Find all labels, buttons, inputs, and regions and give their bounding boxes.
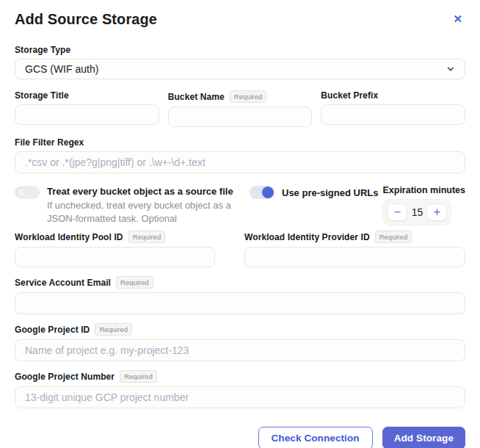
toggle-knob (16, 187, 26, 197)
service-account-field: Service Account Email Required (15, 276, 465, 314)
treat-toggle-helper: If unchecked, treat every bucket object … (47, 199, 250, 225)
dialog-title: Add Source Storage (15, 10, 157, 28)
service-account-label: Service Account Email (15, 278, 111, 288)
storage-type-value: GCS (WIF auth) (25, 63, 98, 75)
file-filter-label: File Filter Regex (15, 137, 84, 148)
required-badge: Required (375, 231, 412, 243)
presigned-urls-toggle[interactable] (250, 186, 274, 199)
dialog-footer: Check Connection Add Storage (15, 427, 465, 448)
google-project-id-input[interactable] (15, 339, 465, 361)
google-project-number-input[interactable] (15, 386, 465, 408)
treat-source-file-toggle[interactable] (15, 186, 40, 199)
storage-type-label: Storage Type (15, 45, 70, 55)
bucket-name-input[interactable] (168, 106, 313, 127)
workload-provider-field: Workload Identity Provider ID Required (244, 231, 465, 267)
google-project-number-label: Google Project Number (15, 372, 114, 382)
decrement-button[interactable]: − (387, 203, 407, 221)
check-connection-button[interactable]: Check Connection (258, 427, 373, 448)
add-storage-button[interactable]: Add Storage (382, 427, 465, 448)
bucket-prefix-label: Bucket Prefix (321, 90, 378, 101)
required-badge: Required (128, 231, 166, 243)
treat-toggle-group: Treat every bucket object as a source fi… (15, 185, 250, 225)
workload-pool-label: Workload Identity Pool ID (15, 232, 123, 242)
storage-type-select[interactable]: GCS (WIF auth) (15, 59, 465, 79)
required-badge: Required (95, 323, 132, 336)
dialog-header: Add Source Storage ✕ (15, 10, 465, 28)
workload-row: Workload Identity Pool ID Required Workl… (15, 231, 465, 267)
bucket-name-label: Bucket Name (168, 92, 225, 102)
expiration-label: Expiration minutes (382, 185, 465, 196)
workload-pool-field: Workload Identity Pool ID Required (15, 231, 215, 267)
storage-title-input[interactable] (15, 104, 159, 125)
workload-pool-input[interactable] (15, 247, 215, 267)
file-filter-field: File Filter Regex (15, 137, 465, 173)
required-badge: Required (120, 370, 157, 383)
treat-toggle-label: Treat every bucket object as a source fi… (47, 185, 250, 198)
increment-button[interactable]: + (426, 203, 447, 221)
presigned-toggle-label: Use pre-signed URLs (282, 187, 378, 199)
expiration-value[interactable]: 15 (407, 206, 426, 218)
google-project-number-field: Google Project Number Required (15, 370, 465, 408)
toggles-row: Treat every bucket object as a source fi… (15, 185, 465, 225)
chevron-down-icon (446, 65, 455, 73)
workload-provider-input[interactable] (244, 247, 465, 267)
add-source-storage-dialog: Add Source Storage ✕ Storage Type GCS (W… (0, 0, 480, 448)
expiration-group: Expiration minutes − 15 + (382, 185, 465, 225)
title-bucket-row: Storage Title Bucket Name Required Bucke… (15, 90, 465, 127)
close-icon[interactable]: ✕ (450, 11, 465, 27)
google-project-id-label: Google Project ID (15, 325, 90, 335)
required-badge: Required (230, 90, 267, 103)
storage-title-label: Storage Title (15, 90, 69, 101)
storage-title-field: Storage Title (15, 90, 159, 127)
bucket-name-field: Bucket Name Required (168, 90, 313, 127)
presigned-toggle-group: Use pre-signed URLs (250, 185, 378, 225)
workload-provider-label: Workload Identity Provider ID (244, 232, 370, 242)
toggle-knob (262, 187, 274, 198)
expiration-stepper: − 15 + (382, 199, 451, 225)
google-project-id-field: Google Project ID Required (15, 323, 465, 361)
bucket-prefix-field: Bucket Prefix (321, 90, 465, 127)
service-account-input[interactable] (15, 292, 465, 314)
storage-type-field: Storage Type GCS (WIF auth) (15, 45, 465, 79)
file-filter-input[interactable] (15, 151, 465, 173)
required-badge: Required (116, 276, 153, 289)
bucket-prefix-input[interactable] (321, 104, 465, 125)
